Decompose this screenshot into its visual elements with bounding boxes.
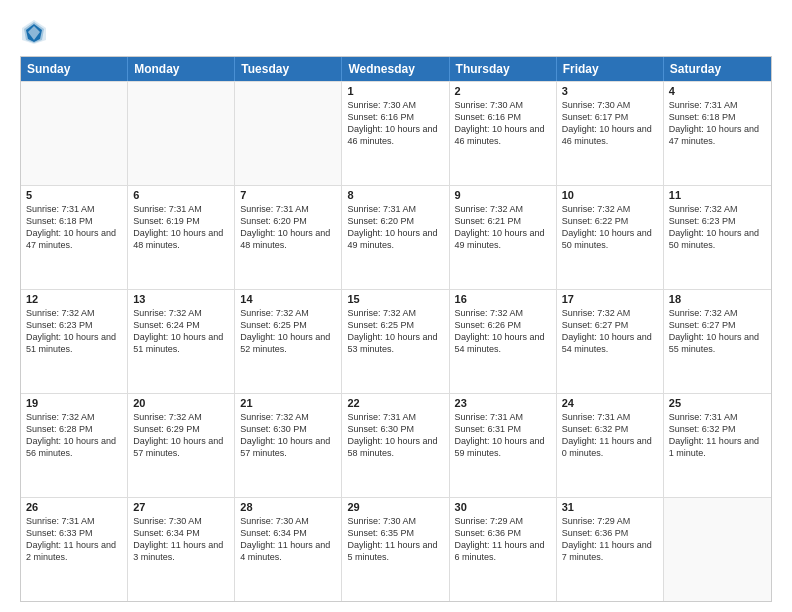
cal-cell-info: Sunrise: 7:30 AM Sunset: 6:17 PM Dayligh… — [562, 99, 658, 148]
cal-cell-info: Sunrise: 7:30 AM Sunset: 6:35 PM Dayligh… — [347, 515, 443, 564]
cal-cell: 2Sunrise: 7:30 AM Sunset: 6:16 PM Daylig… — [450, 82, 557, 185]
cal-cell: 11Sunrise: 7:32 AM Sunset: 6:23 PM Dayli… — [664, 186, 771, 289]
cal-day-number: 15 — [347, 293, 443, 305]
cal-header-sunday: Sunday — [21, 57, 128, 81]
cal-cell-info: Sunrise: 7:31 AM Sunset: 6:32 PM Dayligh… — [562, 411, 658, 460]
cal-day-number: 29 — [347, 501, 443, 513]
cal-cell: 10Sunrise: 7:32 AM Sunset: 6:22 PM Dayli… — [557, 186, 664, 289]
cal-cell-info: Sunrise: 7:31 AM Sunset: 6:20 PM Dayligh… — [240, 203, 336, 252]
cal-cell: 31Sunrise: 7:29 AM Sunset: 6:36 PM Dayli… — [557, 498, 664, 601]
cal-cell: 12Sunrise: 7:32 AM Sunset: 6:23 PM Dayli… — [21, 290, 128, 393]
cal-cell — [235, 82, 342, 185]
cal-cell: 26Sunrise: 7:31 AM Sunset: 6:33 PM Dayli… — [21, 498, 128, 601]
cal-cell-info: Sunrise: 7:31 AM Sunset: 6:18 PM Dayligh… — [26, 203, 122, 252]
cal-cell: 28Sunrise: 7:30 AM Sunset: 6:34 PM Dayli… — [235, 498, 342, 601]
cal-cell-info: Sunrise: 7:32 AM Sunset: 6:26 PM Dayligh… — [455, 307, 551, 356]
cal-cell-info: Sunrise: 7:32 AM Sunset: 6:27 PM Dayligh… — [669, 307, 766, 356]
page: SundayMondayTuesdayWednesdayThursdayFrid… — [0, 0, 792, 612]
cal-cell: 15Sunrise: 7:32 AM Sunset: 6:25 PM Dayli… — [342, 290, 449, 393]
cal-cell-info: Sunrise: 7:32 AM Sunset: 6:27 PM Dayligh… — [562, 307, 658, 356]
cal-day-number: 13 — [133, 293, 229, 305]
cal-day-number: 21 — [240, 397, 336, 409]
cal-day-number: 5 — [26, 189, 122, 201]
cal-day-number: 14 — [240, 293, 336, 305]
cal-cell-info: Sunrise: 7:31 AM Sunset: 6:32 PM Dayligh… — [669, 411, 766, 460]
logo — [20, 18, 52, 46]
cal-cell-info: Sunrise: 7:31 AM Sunset: 6:30 PM Dayligh… — [347, 411, 443, 460]
cal-day-number: 1 — [347, 85, 443, 97]
cal-day-number: 25 — [669, 397, 766, 409]
cal-cell-info: Sunrise: 7:32 AM Sunset: 6:30 PM Dayligh… — [240, 411, 336, 460]
cal-day-number: 22 — [347, 397, 443, 409]
cal-day-number: 9 — [455, 189, 551, 201]
cal-cell-info: Sunrise: 7:32 AM Sunset: 6:25 PM Dayligh… — [347, 307, 443, 356]
cal-day-number: 11 — [669, 189, 766, 201]
cal-cell: 18Sunrise: 7:32 AM Sunset: 6:27 PM Dayli… — [664, 290, 771, 393]
cal-cell: 17Sunrise: 7:32 AM Sunset: 6:27 PM Dayli… — [557, 290, 664, 393]
cal-cell-info: Sunrise: 7:32 AM Sunset: 6:22 PM Dayligh… — [562, 203, 658, 252]
cal-header-monday: Monday — [128, 57, 235, 81]
cal-cell-info: Sunrise: 7:32 AM Sunset: 6:23 PM Dayligh… — [26, 307, 122, 356]
calendar: SundayMondayTuesdayWednesdayThursdayFrid… — [20, 56, 772, 602]
cal-cell: 29Sunrise: 7:30 AM Sunset: 6:35 PM Dayli… — [342, 498, 449, 601]
cal-week-1: 1Sunrise: 7:30 AM Sunset: 6:16 PM Daylig… — [21, 81, 771, 185]
cal-cell-info: Sunrise: 7:30 AM Sunset: 6:16 PM Dayligh… — [347, 99, 443, 148]
cal-day-number: 17 — [562, 293, 658, 305]
cal-week-4: 19Sunrise: 7:32 AM Sunset: 6:28 PM Dayli… — [21, 393, 771, 497]
cal-cell-info: Sunrise: 7:31 AM Sunset: 6:20 PM Dayligh… — [347, 203, 443, 252]
cal-day-number: 28 — [240, 501, 336, 513]
cal-cell-info: Sunrise: 7:32 AM Sunset: 6:25 PM Dayligh… — [240, 307, 336, 356]
cal-cell-info: Sunrise: 7:29 AM Sunset: 6:36 PM Dayligh… — [455, 515, 551, 564]
cal-day-number: 20 — [133, 397, 229, 409]
cal-day-number: 12 — [26, 293, 122, 305]
cal-day-number: 6 — [133, 189, 229, 201]
cal-cell — [128, 82, 235, 185]
cal-day-number: 2 — [455, 85, 551, 97]
cal-day-number: 30 — [455, 501, 551, 513]
cal-cell-info: Sunrise: 7:31 AM Sunset: 6:19 PM Dayligh… — [133, 203, 229, 252]
cal-cell: 4Sunrise: 7:31 AM Sunset: 6:18 PM Daylig… — [664, 82, 771, 185]
cal-day-number: 24 — [562, 397, 658, 409]
cal-cell-info: Sunrise: 7:30 AM Sunset: 6:16 PM Dayligh… — [455, 99, 551, 148]
cal-day-number: 16 — [455, 293, 551, 305]
cal-week-3: 12Sunrise: 7:32 AM Sunset: 6:23 PM Dayli… — [21, 289, 771, 393]
cal-day-number: 31 — [562, 501, 658, 513]
cal-cell-info: Sunrise: 7:32 AM Sunset: 6:21 PM Dayligh… — [455, 203, 551, 252]
cal-cell — [664, 498, 771, 601]
cal-cell: 3Sunrise: 7:30 AM Sunset: 6:17 PM Daylig… — [557, 82, 664, 185]
cal-cell: 13Sunrise: 7:32 AM Sunset: 6:24 PM Dayli… — [128, 290, 235, 393]
cal-day-number: 27 — [133, 501, 229, 513]
logo-icon — [20, 18, 48, 46]
cal-cell-info: Sunrise: 7:31 AM Sunset: 6:18 PM Dayligh… — [669, 99, 766, 148]
cal-cell-info: Sunrise: 7:30 AM Sunset: 6:34 PM Dayligh… — [240, 515, 336, 564]
cal-cell: 20Sunrise: 7:32 AM Sunset: 6:29 PM Dayli… — [128, 394, 235, 497]
cal-cell-info: Sunrise: 7:31 AM Sunset: 6:33 PM Dayligh… — [26, 515, 122, 564]
cal-cell: 14Sunrise: 7:32 AM Sunset: 6:25 PM Dayli… — [235, 290, 342, 393]
calendar-header-row: SundayMondayTuesdayWednesdayThursdayFrid… — [21, 57, 771, 81]
cal-day-number: 26 — [26, 501, 122, 513]
cal-day-number: 3 — [562, 85, 658, 97]
cal-cell: 23Sunrise: 7:31 AM Sunset: 6:31 PM Dayli… — [450, 394, 557, 497]
cal-cell-info: Sunrise: 7:31 AM Sunset: 6:31 PM Dayligh… — [455, 411, 551, 460]
cal-header-friday: Friday — [557, 57, 664, 81]
cal-cell: 22Sunrise: 7:31 AM Sunset: 6:30 PM Dayli… — [342, 394, 449, 497]
cal-day-number: 4 — [669, 85, 766, 97]
cal-cell: 27Sunrise: 7:30 AM Sunset: 6:34 PM Dayli… — [128, 498, 235, 601]
cal-header-wednesday: Wednesday — [342, 57, 449, 81]
cal-cell: 24Sunrise: 7:31 AM Sunset: 6:32 PM Dayli… — [557, 394, 664, 497]
cal-cell: 19Sunrise: 7:32 AM Sunset: 6:28 PM Dayli… — [21, 394, 128, 497]
cal-day-number: 8 — [347, 189, 443, 201]
cal-day-number: 18 — [669, 293, 766, 305]
cal-cell: 16Sunrise: 7:32 AM Sunset: 6:26 PM Dayli… — [450, 290, 557, 393]
cal-cell: 6Sunrise: 7:31 AM Sunset: 6:19 PM Daylig… — [128, 186, 235, 289]
cal-cell-info: Sunrise: 7:29 AM Sunset: 6:36 PM Dayligh… — [562, 515, 658, 564]
cal-cell: 9Sunrise: 7:32 AM Sunset: 6:21 PM Daylig… — [450, 186, 557, 289]
cal-header-thursday: Thursday — [450, 57, 557, 81]
cal-day-number: 7 — [240, 189, 336, 201]
cal-cell-info: Sunrise: 7:32 AM Sunset: 6:24 PM Dayligh… — [133, 307, 229, 356]
cal-cell: 30Sunrise: 7:29 AM Sunset: 6:36 PM Dayli… — [450, 498, 557, 601]
cal-cell: 8Sunrise: 7:31 AM Sunset: 6:20 PM Daylig… — [342, 186, 449, 289]
cal-cell-info: Sunrise: 7:32 AM Sunset: 6:29 PM Dayligh… — [133, 411, 229, 460]
cal-cell: 5Sunrise: 7:31 AM Sunset: 6:18 PM Daylig… — [21, 186, 128, 289]
cal-header-saturday: Saturday — [664, 57, 771, 81]
